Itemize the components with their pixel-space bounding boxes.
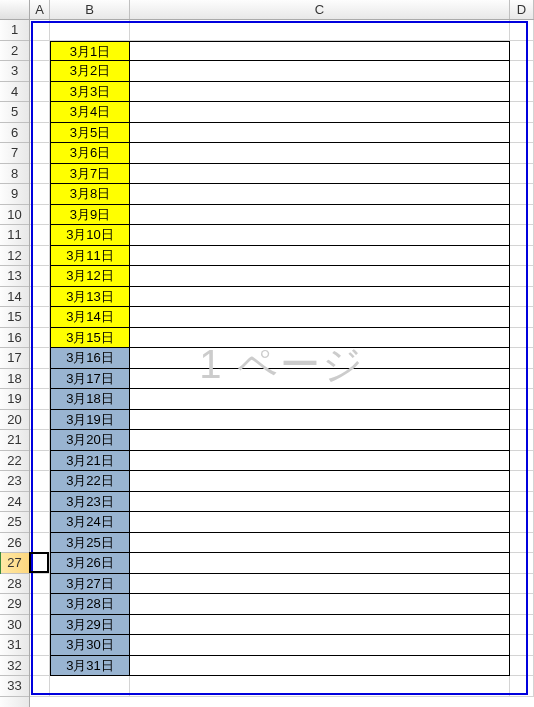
cell-A12[interactable] xyxy=(30,246,50,267)
cell-D30[interactable] xyxy=(510,615,534,636)
cell-B1[interactable] xyxy=(50,20,130,41)
cell-C29[interactable] xyxy=(130,594,510,615)
cell-B23[interactable]: 3月22日 xyxy=(50,471,130,492)
cell-C6[interactable] xyxy=(130,123,510,144)
cell-D4[interactable] xyxy=(510,82,534,103)
row-header-9[interactable]: 9 xyxy=(0,184,29,205)
cell-B25[interactable]: 3月24日 xyxy=(50,512,130,533)
cell-C16[interactable] xyxy=(130,328,510,349)
cell-D5[interactable] xyxy=(510,102,534,123)
cell-D23[interactable] xyxy=(510,471,534,492)
cell-B8[interactable]: 3月7日 xyxy=(50,164,130,185)
cell-B16[interactable]: 3月15日 xyxy=(50,328,130,349)
cell-A20[interactable] xyxy=(30,410,50,431)
row-header-29[interactable]: 29 xyxy=(0,594,29,615)
row-header-16[interactable]: 16 xyxy=(0,328,29,349)
cell-A21[interactable] xyxy=(30,430,50,451)
cell-B17[interactable]: 3月16日 xyxy=(50,348,130,369)
row-header-20[interactable]: 20 xyxy=(0,410,29,431)
cell-A10[interactable] xyxy=(30,205,50,226)
cell-A1[interactable] xyxy=(30,20,50,41)
cell-C13[interactable] xyxy=(130,266,510,287)
cell-A5[interactable] xyxy=(30,102,50,123)
cell-A18[interactable] xyxy=(30,369,50,390)
cell-B12[interactable]: 3月11日 xyxy=(50,246,130,267)
cell-C12[interactable] xyxy=(130,246,510,267)
row-header-23[interactable]: 23 xyxy=(0,471,29,492)
cell-B20[interactable]: 3月19日 xyxy=(50,410,130,431)
cell-D24[interactable] xyxy=(510,492,534,513)
cell-D27[interactable] xyxy=(510,553,534,574)
cell-A33[interactable] xyxy=(30,676,50,697)
cell-C31[interactable] xyxy=(130,635,510,656)
cell-C8[interactable] xyxy=(130,164,510,185)
cell-B21[interactable]: 3月20日 xyxy=(50,430,130,451)
cell-C2[interactable] xyxy=(130,41,510,62)
col-header-B[interactable]: B xyxy=(50,0,130,19)
cell-D11[interactable] xyxy=(510,225,534,246)
row-header-14[interactable]: 14 xyxy=(0,287,29,308)
row-header-12[interactable]: 12 xyxy=(0,246,29,267)
cell-C19[interactable] xyxy=(130,389,510,410)
cell-C21[interactable] xyxy=(130,430,510,451)
row-header-19[interactable]: 19 xyxy=(0,389,29,410)
cell-D7[interactable] xyxy=(510,143,534,164)
cell-C20[interactable] xyxy=(130,410,510,431)
row-header-30[interactable]: 30 xyxy=(0,615,29,636)
cell-B28[interactable]: 3月27日 xyxy=(50,574,130,595)
row-header-15[interactable]: 15 xyxy=(0,307,29,328)
cell-A29[interactable] xyxy=(30,594,50,615)
cell-D1[interactable] xyxy=(510,20,534,41)
row-header-22[interactable]: 22 xyxy=(0,451,29,472)
cell-D3[interactable] xyxy=(510,61,534,82)
cell-C10[interactable] xyxy=(130,205,510,226)
cell-B32[interactable]: 3月31日 xyxy=(50,656,130,677)
row-header-32[interactable]: 32 xyxy=(0,656,29,677)
cell-A28[interactable] xyxy=(30,574,50,595)
cell-A13[interactable] xyxy=(30,266,50,287)
row-header-33[interactable]: 33 xyxy=(0,676,29,697)
row-header-2[interactable]: 2 xyxy=(0,41,29,62)
cell-B5[interactable]: 3月4日 xyxy=(50,102,130,123)
row-header-28[interactable]: 28 xyxy=(0,574,29,595)
cell-D33[interactable] xyxy=(510,676,534,697)
cell-A32[interactable] xyxy=(30,656,50,677)
cell-D21[interactable] xyxy=(510,430,534,451)
cell-D8[interactable] xyxy=(510,164,534,185)
cell-B9[interactable]: 3月8日 xyxy=(50,184,130,205)
row-header-31[interactable]: 31 xyxy=(0,635,29,656)
cell-D15[interactable] xyxy=(510,307,534,328)
cell-D13[interactable] xyxy=(510,266,534,287)
cell-D2[interactable] xyxy=(510,41,534,62)
cell-B29[interactable]: 3月28日 xyxy=(50,594,130,615)
cell-B19[interactable]: 3月18日 xyxy=(50,389,130,410)
cell-C1[interactable] xyxy=(130,20,510,41)
row-header-11[interactable]: 11 xyxy=(0,225,29,246)
cell-A15[interactable] xyxy=(30,307,50,328)
cell-B7[interactable]: 3月6日 xyxy=(50,143,130,164)
cell-A25[interactable] xyxy=(30,512,50,533)
cell-D19[interactable] xyxy=(510,389,534,410)
cell-C23[interactable] xyxy=(130,471,510,492)
row-header-10[interactable]: 10 xyxy=(0,205,29,226)
cell-C22[interactable] xyxy=(130,451,510,472)
cell-C32[interactable] xyxy=(130,656,510,677)
cell-C33[interactable] xyxy=(130,676,510,697)
row-header-18[interactable]: 18 xyxy=(0,369,29,390)
grid-area[interactable]: 1 ページ 3月1日3月2日3月3日3月4日3月5日3月6日3月7日3月8日3月… xyxy=(30,20,534,707)
row-header-8[interactable]: 8 xyxy=(0,164,29,185)
cell-B11[interactable]: 3月10日 xyxy=(50,225,130,246)
cell-A23[interactable] xyxy=(30,471,50,492)
cell-B18[interactable]: 3月17日 xyxy=(50,369,130,390)
row-header-24[interactable]: 24 xyxy=(0,492,29,513)
cell-D17[interactable] xyxy=(510,348,534,369)
cell-C27[interactable] xyxy=(130,553,510,574)
cell-C7[interactable] xyxy=(130,143,510,164)
cell-D6[interactable] xyxy=(510,123,534,144)
cell-D9[interactable] xyxy=(510,184,534,205)
cell-B3[interactable]: 3月2日 xyxy=(50,61,130,82)
row-header-25[interactable]: 25 xyxy=(0,512,29,533)
cell-C25[interactable] xyxy=(130,512,510,533)
cell-A9[interactable] xyxy=(30,184,50,205)
cell-C18[interactable] xyxy=(130,369,510,390)
